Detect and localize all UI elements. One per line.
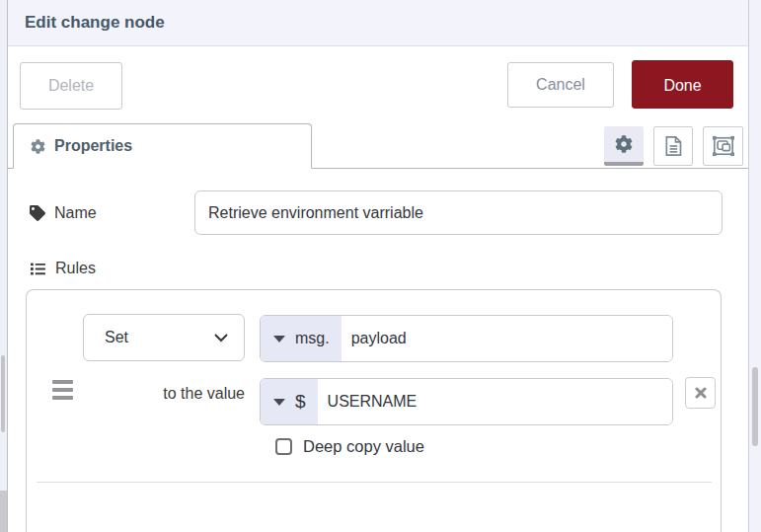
cancel-button[interactable]: Cancel	[507, 62, 614, 108]
close-icon	[695, 387, 707, 399]
dialog-header: Edit change node	[8, 0, 748, 46]
property-type-label: msg.	[295, 330, 330, 347]
description-view-button[interactable]	[653, 126, 693, 166]
rule-property-input: msg.	[260, 315, 673, 362]
doc-icon	[663, 135, 683, 157]
properties-view-button[interactable]	[604, 126, 644, 166]
rule-value-field[interactable]	[318, 379, 672, 424]
caret-down-icon	[273, 336, 285, 342]
tab-properties-label: Properties	[54, 137, 132, 155]
rules-container: Set msg. to t	[26, 289, 722, 532]
gear-icon	[31, 139, 45, 154]
to-the-value-label: to the value	[27, 385, 245, 403]
edit-tray: Edit change node Delete Cancel Done Prop…	[8, 0, 748, 532]
deep-copy-row[interactable]: Deep copy value	[275, 437, 424, 456]
done-button[interactable]: Done	[632, 60, 733, 109]
deep-copy-checkbox[interactable]	[275, 438, 292, 455]
dialog-toolbar: Delete Cancel Done	[8, 46, 748, 120]
list-icon	[30, 262, 46, 276]
rule-action-value: Set	[105, 329, 214, 346]
properties-form: Name Rules Set	[8, 169, 748, 532]
rule-property-type-button[interactable]: msg.	[261, 316, 342, 361]
name-field-row: Name	[30, 204, 97, 222]
delete-button[interactable]: Delete	[20, 62, 122, 110]
rule-divider	[37, 482, 712, 483]
rule-value-input: $	[260, 378, 673, 425]
dialog-title: Edit change node	[25, 0, 165, 45]
left-scrollbar-corner	[0, 491, 7, 532]
form-scrollbar-track	[748, 0, 761, 532]
remove-rule-button[interactable]	[685, 377, 716, 409]
caret-down-icon	[273, 399, 285, 406]
chevron-down-icon	[214, 334, 228, 342]
appearance-view-button[interactable]	[703, 126, 743, 166]
rule-property-field[interactable]	[342, 316, 672, 361]
tag-icon	[30, 205, 45, 221]
rule-value-type-button[interactable]: $	[261, 379, 318, 424]
workspace-edge	[0, 0, 8, 532]
rule-action-select[interactable]: Set	[83, 314, 245, 361]
env-var-type-label: $	[295, 391, 306, 413]
tab-properties[interactable]: Properties	[13, 123, 312, 169]
left-scrollbar-thumb[interactable]	[1, 355, 5, 432]
gear-icon	[615, 135, 633, 153]
name-label: Name	[54, 204, 97, 222]
form-scrollbar-thumb[interactable]	[752, 367, 758, 446]
rules-section-header: Rules	[30, 260, 96, 277]
name-input[interactable]	[194, 190, 723, 235]
edit-change-node-dialog: Edit change node Delete Cancel Done Prop…	[0, 0, 761, 532]
rules-label: Rules	[55, 260, 96, 277]
editor-tabbar: Properties	[8, 120, 748, 169]
appearance-icon	[712, 135, 735, 157]
deep-copy-label: Deep copy value	[303, 437, 424, 456]
